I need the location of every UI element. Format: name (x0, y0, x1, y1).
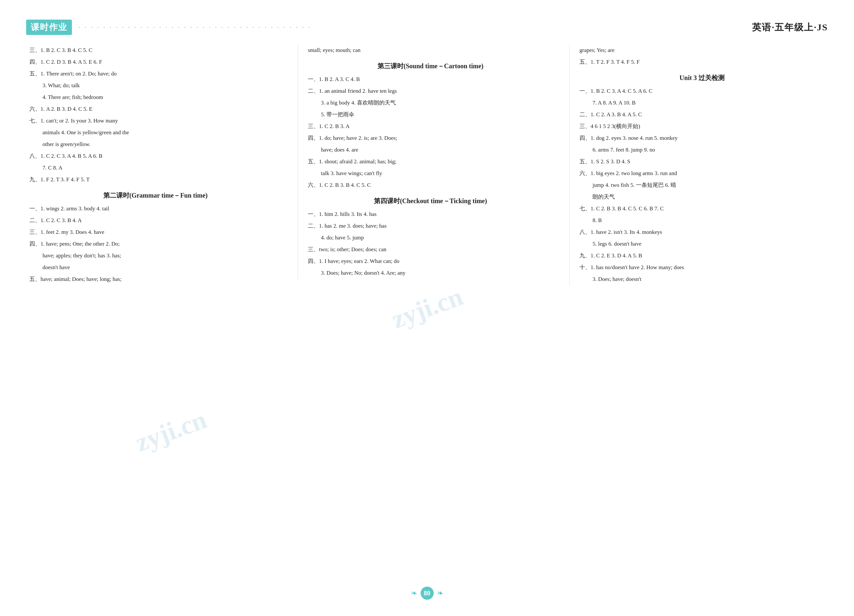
line-item: 五、1. S 2. S 3. D 4. S (580, 156, 825, 167)
line-item: 五、1. T 2. F 3. T 4. F 5. F (580, 56, 825, 68)
line-item: 4. do; have 5. jump (308, 232, 553, 243)
line-item: 7. A 8. A 9. A 10. B (580, 97, 825, 108)
line-item: doesn't have (29, 262, 281, 273)
line-item: jump 4. two fish 5. 一条短尾巴 6. 晴 (580, 179, 825, 191)
watermark-2: zyji.cn (131, 405, 210, 458)
line-item: have; does 4. are (308, 144, 553, 155)
line-item: animals 4. One is yellow/green and the (29, 127, 281, 138)
keshi-badge: 课时作业 (26, 20, 72, 35)
line-item: 八、1. have 2. isn't 3. Its 4. monkeys (580, 227, 825, 238)
line-item: 3. What; do; talk (29, 80, 281, 91)
line-item: 3. Does; have; doesn't (580, 274, 825, 285)
line-item: 三、two; is; other; Does; does; can (308, 244, 553, 255)
line-item: 二、1. C 2. C 3. B 4. A (29, 215, 281, 226)
line-item: 六、1. C 2. B 3. B 4. C 5. C (308, 179, 553, 191)
header-left: 课时作业 · · · · · · · · · · · · · · · · · ·… (26, 20, 311, 35)
line-item: 四、1. have; pens; One; the other 2. Do; (29, 239, 281, 249)
line-item: 7. C 8. A (29, 162, 281, 173)
header-title: 英语·五年级上·JS (752, 21, 828, 33)
line-item: 3. a big body 4. 喜欢晴朗的天气 (308, 97, 553, 108)
line-item: 3. Does; have; No; doesn't 4. Are; any (308, 268, 553, 278)
line-item: 六、1. A 2. B 3. D 4. C 5. E (29, 103, 281, 115)
page-arrow-left: ❧ (411, 589, 417, 598)
header-dots: · · · · · · · · · · · · · · · · · · · · … (78, 23, 311, 32)
column-3: grapes; Yes; are五、1. T 2. F 3. T 4. F 5.… (569, 45, 828, 286)
line-item: 三、4 6 1 5 2 3(横向开始) (580, 121, 825, 132)
line-item: small; eyes; mouth; can (308, 45, 553, 56)
page: zyji.cn zyji.cn 课时作业 · · · · · · · · · ·… (0, 0, 854, 616)
line-item: 8. B (580, 215, 825, 226)
line-item: 四、1. dog 2. eyes 3. nose 4. run 5. monke… (580, 132, 825, 144)
page-arrow-right: ❧ (437, 589, 444, 598)
line-item: 四、1. I have; eyes; ears 2. What can; do (308, 256, 553, 267)
line-item: 八、1. C 2. C 3. A 4. B 5. A 6. B (29, 151, 281, 162)
line-item: 四、1. do; have; have 2. is; are 3. Does; (308, 132, 553, 144)
watermark-1: zyji.cn (387, 281, 467, 335)
line-item: 五、1. shout; afraid 2. animal; has; big; (308, 156, 553, 167)
line-item: 七、1. C 2. B 3. B 4. C 5. C 6. B 7. C (580, 203, 825, 214)
page-header: 课时作业 · · · · · · · · · · · · · · · · · ·… (26, 20, 828, 35)
column-2: small; eyes; mouth; can第三课时(Sound time－C… (298, 45, 556, 279)
line-item: 五、have; animal; Does; have; long; has; (29, 274, 281, 285)
line-item: 三、1. C 2. B 3. A (308, 121, 553, 132)
line-item: have; apples; they don't; has 3. has; (29, 250, 281, 261)
line-item: 5. legs 6. doesn't have (580, 239, 825, 249)
line-item: other is green/yellow. (29, 139, 281, 150)
line-item: 十、1. has no/doesn't have 2. How many; do… (580, 262, 825, 273)
line-item: 九、1. F 2. T 3. F 4. F 5. T (29, 174, 281, 185)
line-item: 三、1. feet 2. my 3. Does 4. have (29, 227, 281, 238)
line-item: Unit 3 过关检测 (580, 73, 825, 82)
line-item: 朗的天气 (580, 192, 825, 202)
line-item: 一、1. B 2. A 3. C 4. B (308, 74, 553, 85)
line-item: 七、1. can't; or 2. Is your 3. How many (29, 115, 281, 126)
line-item: 第三课时(Sound time－Cartoon time) (308, 62, 553, 70)
line-item: 二、1. an animal friend 2. have ten legs (308, 85, 553, 97)
line-item: 四、1. C 2. D 3. B 4. A 5. E 6. F (29, 56, 281, 68)
line-item: 六、1. big eyes 2. two long arms 3. run an… (580, 168, 825, 179)
line-item: grapes; Yes; are (580, 45, 825, 56)
line-item: 一、1. him 2. hills 3. Its 4. has (308, 209, 553, 220)
line-item: 三、1. B 2. C 3. B 4. C 5. C (29, 45, 281, 56)
line-item: 九、1. C 2. E 3. D 4. A 5. B (580, 250, 825, 261)
line-item: 6. arms 7. feet 8. jump 9. no (580, 144, 825, 155)
line-item: talk 3. have wings; can't fly (308, 168, 553, 179)
page-number-area: ❧ 80 ❧ (411, 587, 444, 600)
line-item: 第二课时(Grammar time－Fun time) (29, 191, 281, 200)
content-area: 三、1. B 2. C 3. B 4. C 5. C四、1. C 2. D 3.… (26, 45, 828, 286)
line-item: 一、1. wings 2. arms 3. body 4. tail (29, 203, 281, 214)
line-item: 二、1. C 2. A 3. B 4. A 5. C (580, 109, 825, 120)
line-item: 4. There are; fish; bedroom (29, 92, 281, 103)
line-item: 五、1. There aren't; on 2. Do; have; do (29, 68, 281, 79)
page-num-circle: 80 (421, 587, 434, 600)
line-item: 5. 带一把雨伞 (308, 109, 553, 120)
line-item: 二、1. has 2. me 3. does; have; has (308, 221, 553, 231)
line-item: 第四课时(Checkout time－Ticking time) (308, 197, 553, 205)
line-item: 一、1. B 2. C 3. A 4. C 5. A 6. C (580, 85, 825, 97)
column-1: 三、1. B 2. C 3. B 4. C 5. C四、1. C 2. D 3.… (26, 45, 285, 286)
